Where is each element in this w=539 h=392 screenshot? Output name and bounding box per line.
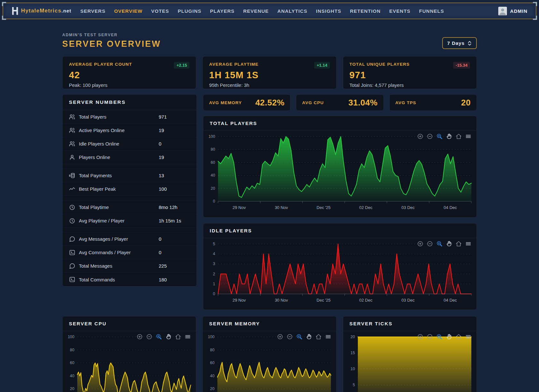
- row-value: 971: [159, 114, 167, 120]
- pan-icon[interactable]: [446, 133, 452, 139]
- svg-text:4: 4: [213, 252, 215, 256]
- row-group-spacer: [63, 196, 197, 201]
- chart-title: Idle Players: [203, 223, 476, 238]
- nav-item-overview[interactable]: Overview: [114, 8, 143, 14]
- selection-zoom-icon[interactable]: [436, 241, 442, 247]
- nav-item-revenue[interactable]: Revenue: [243, 8, 269, 14]
- chart-card-total-players: Total Players 10080604020029 Nov30 NovDe…: [203, 116, 477, 218]
- menu-icon[interactable]: [465, 133, 471, 139]
- svg-text:40: 40: [210, 374, 215, 378]
- svg-text:40: 40: [211, 173, 215, 178]
- row-label: Total Payments: [79, 173, 112, 178]
- chart-title: Server Memory: [203, 316, 336, 331]
- chart-plot-area[interactable]: 1008060402029 Nov30 NovDec '2502 Dec03 D…: [63, 331, 195, 392]
- svg-text:30 Nov: 30 Nov: [275, 298, 288, 303]
- selection-zoom-icon[interactable]: [156, 334, 162, 340]
- nav-item-retention[interactable]: Retention: [350, 8, 381, 14]
- zoom-in-icon[interactable]: [417, 133, 423, 139]
- command-icon: [69, 249, 75, 256]
- bottom-charts-row: Server CPU 1008060402029 Nov30 NovDec '2…: [62, 316, 477, 392]
- nav-item-servers[interactable]: Servers: [80, 8, 105, 14]
- server-name: ADMIN'S TEST SERVER: [62, 33, 161, 37]
- chart-plot-area[interactable]: 1008060402029 Nov30 NovDec '2502 Dec03 D…: [203, 331, 335, 392]
- menu-icon[interactable]: [185, 334, 191, 340]
- nav-item-events[interactable]: Events: [389, 8, 410, 14]
- zoom-in-icon[interactable]: [417, 334, 423, 340]
- svg-text:20: 20: [350, 335, 355, 339]
- row-value: 0: [159, 236, 161, 242]
- zoom-in-icon[interactable]: [417, 241, 423, 247]
- payments-icon: $: [69, 172, 75, 179]
- svg-text:02 Dec: 02 Dec: [359, 205, 373, 210]
- row-value: 19: [159, 128, 164, 133]
- chart-plot-area[interactable]: 10080604020029 Nov30 NovDec '2502 Dec03 …: [203, 131, 476, 217]
- zoom-out-icon[interactable]: [287, 334, 293, 340]
- nav-items: ServersOverviewVotesPluginsPlayersRevenu…: [80, 8, 444, 14]
- svg-text:04 Dec: 04 Dec: [444, 205, 457, 210]
- row-value: 1h 15m 1s: [159, 218, 181, 223]
- svg-text:100: 100: [68, 335, 74, 339]
- kpi-trend-badge: +1.14: [314, 62, 330, 69]
- chart-toolbar: [137, 334, 191, 340]
- nav-item-insights[interactable]: Insights: [316, 8, 341, 14]
- nav-item-plugins[interactable]: Plugins: [178, 8, 201, 14]
- row-label: Active Players Online: [79, 128, 125, 133]
- chart-title: Server CPU: [63, 316, 196, 331]
- chart-plot-area[interactable]: 54321029 Nov30 NovDec '2502 Dec03 Dec04 …: [203, 238, 476, 310]
- stat-value: 20: [461, 98, 471, 108]
- users-icon: [69, 114, 75, 120]
- svg-text:15: 15: [350, 351, 355, 355]
- kpi-subtitle: Total Joins: 4,577 players: [350, 82, 470, 88]
- zoom-in-icon[interactable]: [277, 334, 283, 340]
- brand-logo[interactable]: H HytaleMetrics.net: [12, 6, 72, 16]
- svg-text:Dec '25: Dec '25: [316, 298, 331, 303]
- user-avatar-icon[interactable]: [498, 7, 507, 15]
- pan-icon[interactable]: [446, 241, 452, 247]
- zoom-out-icon[interactable]: [427, 133, 433, 139]
- chart-plot-area[interactable]: 201510529 Nov30 NovDec '2502 Dec03 Dec04…: [343, 331, 476, 392]
- row-group-spacer: [63, 228, 197, 232]
- nav-item-funnels[interactable]: Funnels: [419, 8, 444, 14]
- menu-icon[interactable]: [325, 334, 331, 340]
- nav-user: Admin: [498, 7, 527, 15]
- nav-item-votes[interactable]: Votes: [151, 8, 169, 14]
- svg-text:1: 1: [213, 282, 215, 286]
- home-icon[interactable]: [456, 334, 462, 340]
- chart-toolbar: [277, 334, 331, 340]
- kpi-label: Average Player Count: [69, 62, 132, 67]
- kpi-value: 971: [350, 70, 470, 80]
- kpi-label: Average Playtime: [209, 62, 258, 67]
- home-icon[interactable]: [456, 241, 462, 247]
- svg-text:40: 40: [70, 374, 74, 378]
- home-icon[interactable]: [175, 334, 181, 340]
- zoom-out-icon[interactable]: [427, 334, 433, 340]
- menu-icon[interactable]: [465, 334, 471, 340]
- zoom-in-icon[interactable]: [137, 334, 143, 340]
- selection-zoom-icon[interactable]: [436, 133, 442, 139]
- menu-icon[interactable]: [465, 241, 471, 247]
- svg-text:5: 5: [353, 383, 355, 387]
- page-content: ADMIN'S TEST SERVER Server Overview 7 Da…: [62, 33, 477, 392]
- nav-item-analytics[interactable]: Analytics: [277, 8, 307, 14]
- svg-text:100: 100: [208, 134, 215, 139]
- svg-text:60: 60: [210, 361, 215, 365]
- zoom-out-icon[interactable]: [146, 334, 152, 340]
- nav-item-players[interactable]: Players: [210, 8, 234, 14]
- pan-icon[interactable]: [446, 334, 452, 340]
- server-number-row: Total Messages 225: [63, 259, 197, 273]
- row-value: 0: [159, 250, 161, 255]
- pan-icon[interactable]: [306, 334, 312, 340]
- brand-h-icon: H: [12, 5, 18, 17]
- stat-card: Avg TPS 20: [389, 94, 477, 111]
- date-range-selector[interactable]: 7 Days: [442, 37, 477, 49]
- stat-label: Avg CPU: [302, 100, 324, 105]
- pan-icon[interactable]: [165, 334, 172, 340]
- zoom-out-icon[interactable]: [427, 241, 433, 247]
- home-icon[interactable]: [316, 334, 322, 340]
- selection-zoom-icon[interactable]: [436, 334, 442, 340]
- stat-card: Avg CPU 31.04%: [296, 94, 383, 111]
- home-icon[interactable]: [456, 133, 462, 139]
- row-group-spacer: [63, 164, 197, 169]
- server-number-row: Active Players Online 19: [63, 124, 197, 137]
- selection-zoom-icon[interactable]: [296, 334, 302, 340]
